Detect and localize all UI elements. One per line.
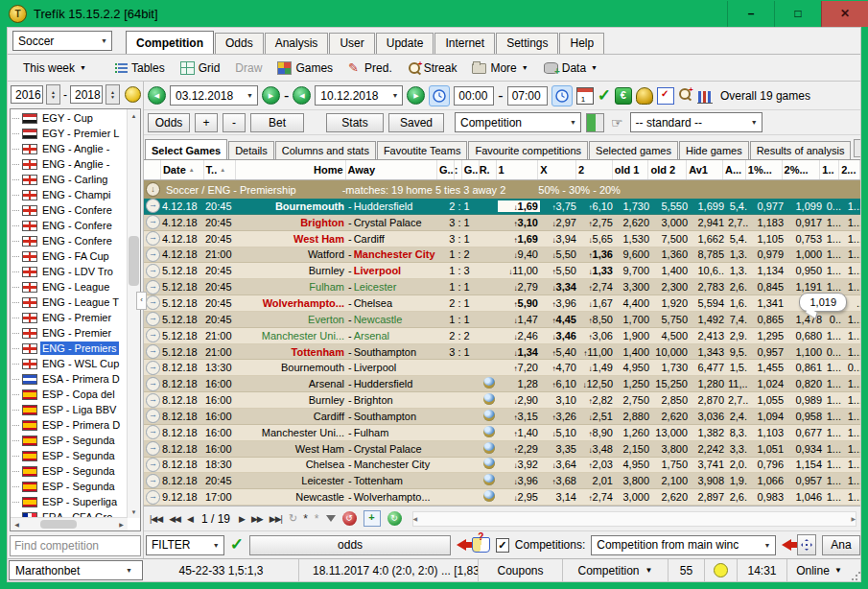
sidebar-item-eng-confere[interactable]: ENG - Confere [12,202,127,218]
game-row[interactable]: →8.12.1816:00West Ham- Crystal Palace↑2,… [144,441,860,458]
expand-row-icon[interactable]: → [146,409,160,423]
checklist-icon[interactable] [657,87,674,105]
column-header-[interactable]: : [455,160,462,179]
date-from-next-icon[interactable]: ▶ [262,86,280,105]
column-header-g[interactable]: G.. [462,160,480,179]
toolbar-button-pred[interactable]: Pred. [348,61,392,75]
group-row[interactable]: ↓ Soccer / ENG - Premiership -matches: 1… [144,180,860,199]
minimize-button[interactable]: – [727,1,774,27]
game-row[interactable]: →5.12.1820:45Burnley- Liverpool1 : 3↓11,… [144,263,860,279]
game-row[interactable]: →4.12.1820:45Bournemouth- Huddersfield2 … [144,199,860,215]
toolbar-button-tables[interactable]: Tables [115,61,165,75]
expand-row-icon[interactable]: → [146,474,160,488]
toolbar-button-more[interactable]: More▼ [472,61,528,75]
find-competition-input[interactable]: Find competition [10,535,141,556]
scrollbar-thumb[interactable] [129,236,139,286]
tab-select-games[interactable]: Select Games [145,139,227,159]
sidebar-item-eng-fa-cup[interactable]: ENG - FA Cup [12,248,127,264]
column-header-x[interactable]: X [538,160,576,179]
sidebar-item-eng-anglie[interactable]: ENG - Anglie - [12,141,127,156]
sidebar-item-fra-cfa-gro[interactable]: FRA - CFA Gro [12,509,127,517]
action-button-bet[interactable]: Bet [250,113,304,132]
odds-button[interactable]: odds [249,535,451,555]
sidebar-item-esp-segunda[interactable]: ESP - Segunda [12,448,127,463]
bar-chart-icon[interactable] [697,88,713,104]
apply-check-icon[interactable]: ✓ [598,89,611,103]
expand-row-icon[interactable]: → [146,247,160,262]
filter-apply-check-icon[interactable]: ✓ [230,538,244,552]
game-row[interactable]: →5.12.1821:00Manchester Uni...- Arsenal2… [144,328,860,344]
competitions-checkbox[interactable]: ✓ [496,538,509,553]
expand-row-icon[interactable]: → [146,199,160,213]
menu-tab-analysis[interactable]: Analysis [265,33,329,54]
sidebar-item-esp-copa-del[interactable]: ESP - Copa del [12,387,127,402]
game-row[interactable]: →5.12.1820:45Everton- Newcastle1 : 1↓1,4… [144,312,860,328]
competition-mode-select[interactable]: Competition ▼ [455,112,581,132]
menu-tab-user[interactable]: User [329,33,374,54]
sidebar-item-esp-segunda[interactable]: ESP - Segunda [12,463,127,479]
tab-results-of-analysis[interactable]: Results of analysis [750,141,852,159]
prev-fast-button[interactable]: ◀◀ [169,514,180,524]
expand-row-icon[interactable]: → [146,264,160,278]
expand-row-icon[interactable]: → [146,295,160,310]
refresh-green-icon[interactable]: ↻ [387,511,402,526]
expand-row-icon[interactable]: → [146,441,160,456]
game-row[interactable]: →8.12.1816:00Manchester Uni...- Fulham↑1… [144,425,860,441]
game-row[interactable]: →4.12.1821:00Watford- Manchester City1 :… [144,247,860,264]
magnifier-plus-icon[interactable] [678,88,693,104]
prev-page-button[interactable]: ◀ [187,514,193,524]
calendar-icon[interactable] [576,87,594,105]
date-to-select[interactable]: 10.12.2018 ▼ [315,85,403,106]
sidebar-item-eng-carling[interactable]: ENG - Carling [12,172,127,187]
action-button-odds[interactable]: Odds [148,113,190,132]
online-status-menu[interactable]: Online ▼ [787,559,851,581]
menu-tab-competition[interactable]: Competition [126,31,214,54]
columns-preset-button[interactable] [586,113,604,132]
gold-bell-icon[interactable] [636,87,653,105]
resize-grip[interactable] [851,572,860,581]
scroll-left-icon[interactable]: ◀ [11,521,23,528]
expand-row-icon[interactable]: → [146,312,160,326]
sidebar-item-egy-premier-l[interactable]: EGY - Premier L [12,126,127,141]
sidebar-item-eng-anglie[interactable]: ENG - Anglie - [12,156,127,172]
column-header-2[interactable]: 2 [576,160,613,179]
game-row[interactable]: →4.12.1820:45Brighton- Crystal Palace3 :… [144,215,860,231]
menu-tab-settings[interactable]: Settings [496,33,558,54]
sidebar-item-esa-primera-d[interactable]: ESA - Primera D [12,371,127,387]
undo-red-icon[interactable]: ↺ [342,511,357,526]
game-row[interactable]: →8.12.1816:00Arsenal- Huddersfield1,28↑6… [144,376,860,392]
red-arrow-left-icon[interactable] [782,539,791,551]
close-button[interactable]: ✕ [821,1,868,27]
tab-columns-and-stats[interactable]: Columns and stats [275,141,376,159]
sidebar-item-eng-champi[interactable]: ENG - Champi [12,187,127,202]
sidebar-item-eng-league-t[interactable]: ENG - League T [12,294,127,310]
column-header-1[interactable]: 1%... [746,160,783,179]
sidebar-item-eng-wsl-cup[interactable]: ENG - WSL Cup [12,356,127,371]
year-to-input[interactable]: 2018 [70,85,103,104]
next-fast-button[interactable]: ▶▶ [251,514,263,524]
tree-horizontal-scrollbar[interactable]: ◀ ▶ [11,517,128,530]
sidebar-item-esp-primera-d[interactable]: ESP - Primera D [12,417,127,433]
expand-row-icon[interactable]: → [146,361,160,375]
game-row[interactable]: →5.12.1821:00Tottenham- Southampton3 : 1… [144,344,860,361]
time-from-input[interactable]: 00:00 [454,86,494,106]
coupons-button[interactable]: Coupons [479,559,563,581]
filter-select[interactable]: FILTER ▼ [146,535,224,555]
menu-tab-update[interactable]: Update [376,33,434,54]
scroll-down-icon[interactable]: ▼ [128,506,140,518]
sidebar-item-esp-superliga[interactable]: ESP - Superliga [12,494,127,509]
sidebar-item-esp-liga-bbv[interactable]: ESP - Liga BBV [12,402,127,417]
competitions-source-select[interactable]: Competition from main winc ▼ [591,535,775,555]
sidebar-collapse-button[interactable]: ‹ [136,292,147,310]
analysis-button[interactable]: Ana [822,535,860,555]
period-select[interactable]: This week ▼ [23,61,115,75]
date-from-select[interactable]: 03.12.2018 ▼ [170,85,258,106]
sidebar-item-esp-segunda[interactable]: ESP - Segunda [12,433,127,448]
table-horizontal-scrollbar[interactable]: ◀ ▶ [412,511,857,527]
competition-status-menu[interactable]: Competition ▼ [563,559,669,581]
toolbar-button-games[interactable]: Games [277,61,333,75]
sport-select[interactable]: Soccer ▼ [12,31,112,51]
column-header-t[interactable]: T..▲ [204,160,237,179]
expand-row-icon[interactable]: → [146,425,160,439]
expand-row-icon[interactable]: → [146,215,160,229]
